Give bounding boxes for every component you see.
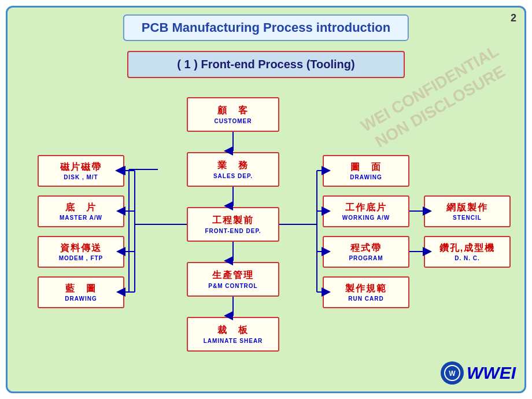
working-chinese: 工作底片	[345, 202, 387, 214]
disk-chinese: 磁片磁帶	[60, 161, 102, 173]
frontend-chinese: 工程製前	[212, 215, 254, 227]
box-disk: 磁片磁帶 DISK , M/T	[38, 155, 124, 187]
page-number: 2	[511, 12, 516, 24]
sales-english: SALES DEP.	[213, 173, 253, 179]
frontend-english: FRONT-END DEP.	[205, 228, 261, 234]
master-english: MASTER A/W	[60, 215, 102, 221]
customer-english: CUSTOMER	[214, 118, 252, 124]
drawing-right-english: DRAWING	[350, 174, 382, 180]
runcard-chinese: 製作規範	[345, 283, 387, 295]
box-laminate: 裁 板 LAMINATE SHEAR	[187, 317, 279, 352]
program-chinese: 程式帶	[350, 242, 382, 254]
dnc-chinese: 鑽孔,成型機	[439, 242, 495, 254]
box-runcard: 製作規範 RUN CARD	[323, 276, 409, 308]
box-dnc: 鑽孔,成型機 D. N. C.	[424, 236, 511, 268]
box-program: 程式帶 PROGRAM	[323, 236, 409, 268]
sales-chinese: 業 務	[217, 160, 249, 172]
drawing-right-chinese: 圖 面	[350, 161, 382, 173]
modem-chinese: 資料傳送	[60, 242, 102, 254]
box-frontend: 工程製前 FRONT-END DEP.	[187, 207, 279, 242]
pm-chinese: 生產管理	[212, 269, 254, 282]
title-text: PCB Manufacturing Process introduction	[142, 20, 390, 35]
box-sales: 業 務 SALES DEP.	[187, 152, 279, 187]
svg-text:W: W	[449, 370, 456, 378]
logo-text: WWEI	[467, 363, 516, 383]
stencil-chinese: 網版製作	[446, 202, 488, 214]
page-container: 2 PCB Manufacturing Process introduction…	[6, 6, 526, 393]
box-modem: 資料傳送 MODEM , FTP	[38, 236, 124, 268]
box-stencil: 網版製作 STENCIL	[424, 195, 511, 227]
stencil-english: STENCIL	[453, 215, 482, 221]
box-drawing-right: 圖 面 DRAWING	[323, 155, 409, 187]
subtitle-box: ( 1 ) Front-end Process (Tooling)	[127, 51, 405, 78]
laminate-english: LAMINATE SHEAR	[204, 338, 263, 344]
dnc-english: D. N. C.	[455, 255, 480, 261]
title-box: PCB Manufacturing Process introduction	[123, 14, 409, 41]
customer-chinese: 顧 客	[217, 105, 249, 117]
pm-english: P&M CONTROL	[208, 283, 257, 289]
box-master: 底 片 MASTER A/W	[38, 195, 124, 227]
box-pm: 生產管理 P&M CONTROL	[187, 262, 279, 297]
disk-english: DISK , M/T	[64, 174, 98, 180]
laminate-chinese: 裁 板	[217, 324, 249, 337]
subtitle-text: ( 1 ) Front-end Process (Tooling)	[177, 58, 354, 71]
modem-english: MODEM , FTP	[59, 255, 104, 261]
logo-circle: W	[441, 361, 464, 385]
working-english: WORKING A/W	[342, 215, 390, 221]
logo-area: W WWEI	[441, 361, 516, 385]
box-drawing-left: 藍 圖 DRAWING	[38, 276, 124, 308]
program-english: PROGRAM	[349, 255, 383, 261]
box-working: 工作底片 WORKING A/W	[323, 195, 409, 227]
drawing-left-chinese: 藍 圖	[65, 283, 97, 295]
runcard-english: RUN CARD	[348, 295, 383, 302]
drawing-left-english: DRAWING	[65, 295, 97, 302]
box-customer: 顧 客 CUSTOMER	[187, 97, 279, 132]
master-chinese: 底 片	[65, 202, 97, 214]
